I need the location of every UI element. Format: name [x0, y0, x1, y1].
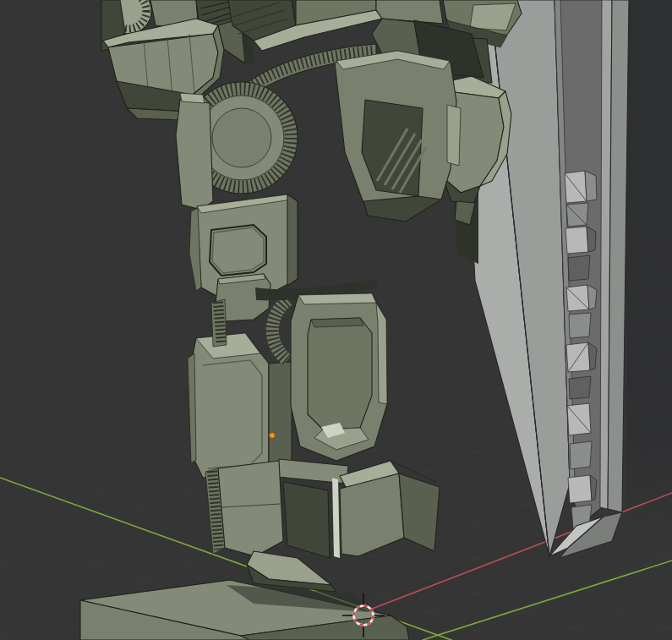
skirt-edge-tab: [447, 105, 461, 166]
hip-front-plate: [176, 100, 213, 210]
hip-front-plate-top: [180, 93, 205, 103]
knee-recess-dark: [269, 362, 292, 463]
shield-top-bevel: [298, 293, 376, 304]
knee-shield: [291, 293, 387, 461]
shield-inner-top-shadow: [311, 318, 363, 327]
3d-viewport-canvas[interactable]: [0, 0, 672, 640]
thigh-right-face: [287, 194, 298, 286]
shin-rib-lines: [212, 471, 219, 550]
background-right-shade: [626, 0, 672, 541]
object-origin-dot[interactable]: [270, 433, 276, 439]
shin-right-dark: [283, 482, 330, 558]
shield-inner-face: [308, 318, 372, 429]
hip-disc-inner: [212, 108, 271, 167]
shin-lower-front: [218, 461, 283, 556]
